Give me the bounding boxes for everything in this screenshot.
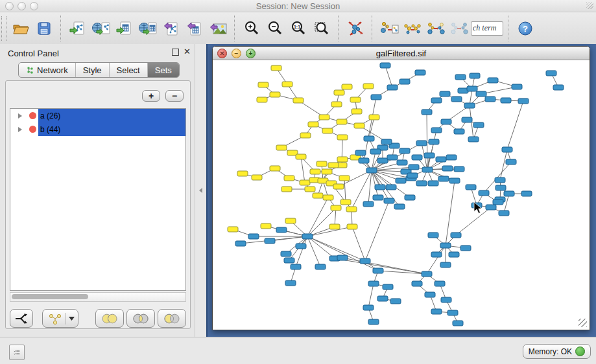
network-node[interactable] xyxy=(281,251,291,256)
network-node[interactable] xyxy=(394,204,405,209)
network-node[interactable] xyxy=(453,321,463,326)
network-node[interactable] xyxy=(416,141,427,146)
network-node[interactable] xyxy=(354,123,364,128)
select-first-neighbors-button[interactable] xyxy=(401,16,423,41)
network-node[interactable] xyxy=(518,98,529,104)
tab-select[interactable]: Select xyxy=(110,63,148,77)
network-node[interactable] xyxy=(252,175,262,180)
network-node[interactable] xyxy=(310,169,320,174)
set-row-a[interactable]: a (26) xyxy=(10,109,185,122)
network-node[interactable] xyxy=(422,109,432,115)
network-node[interactable] xyxy=(300,180,310,185)
network-node[interactable] xyxy=(366,168,377,173)
network-node[interactable] xyxy=(364,136,374,141)
network-node[interactable] xyxy=(454,129,464,134)
network-node[interactable] xyxy=(276,145,287,150)
expander-icon[interactable] xyxy=(18,127,22,132)
network-node[interactable] xyxy=(375,185,385,190)
network-node[interactable] xyxy=(363,84,374,89)
network-node[interactable] xyxy=(281,187,292,192)
sets-list[interactable]: a (26) b (44) xyxy=(10,108,186,291)
network-node[interactable] xyxy=(373,195,383,200)
network-node[interactable] xyxy=(431,252,442,257)
union-button[interactable] xyxy=(95,309,124,328)
network-node[interactable] xyxy=(360,258,370,264)
network-node[interactable] xyxy=(405,195,415,200)
network-node[interactable] xyxy=(506,159,516,165)
network-node[interactable] xyxy=(296,154,306,159)
network-node[interactable] xyxy=(337,157,348,162)
network-node[interactable] xyxy=(499,210,509,216)
network-node[interactable] xyxy=(384,198,394,203)
network-node[interactable] xyxy=(512,84,522,89)
network-node[interactable] xyxy=(441,297,451,302)
extract-subnetwork-button[interactable] xyxy=(448,16,470,41)
network-node[interactable] xyxy=(313,193,323,198)
network-node[interactable] xyxy=(387,85,398,90)
network-node[interactable] xyxy=(470,73,480,78)
network-node[interactable] xyxy=(359,158,369,163)
expander-icon[interactable] xyxy=(18,113,22,119)
network-node[interactable] xyxy=(261,223,271,229)
window-resize-grip-icon[interactable] xyxy=(578,319,587,327)
network-node[interactable] xyxy=(342,84,352,89)
network-node[interactable] xyxy=(467,86,477,91)
network-node[interactable] xyxy=(305,187,315,192)
network-node[interactable] xyxy=(369,115,379,120)
network-node[interactable] xyxy=(346,207,357,212)
network-node[interactable] xyxy=(302,234,313,239)
network-node[interactable] xyxy=(451,233,461,238)
network-window-titlebar[interactable]: ✕ − + galFiltered.sif xyxy=(213,47,590,60)
network-node[interactable] xyxy=(363,201,374,207)
tab-network[interactable]: Network xyxy=(19,63,76,77)
network-node[interactable] xyxy=(495,185,506,190)
network-graph[interactable] xyxy=(213,60,588,328)
network-node[interactable] xyxy=(449,252,459,257)
network-node[interactable] xyxy=(258,82,268,87)
network-node[interactable] xyxy=(383,284,393,290)
network-node[interactable] xyxy=(396,178,406,183)
network-window-maximize-icon[interactable]: + xyxy=(246,49,256,58)
zoom-selected-button[interactable] xyxy=(311,16,333,41)
network-node[interactable] xyxy=(502,147,512,152)
network-node[interactable] xyxy=(460,245,471,251)
network-node[interactable] xyxy=(293,98,304,103)
collapse-panel-icon[interactable] xyxy=(199,188,202,193)
add-set-button[interactable]: + xyxy=(142,90,160,102)
network-node[interactable] xyxy=(322,169,332,174)
network-node[interactable] xyxy=(399,148,410,154)
network-node[interactable] xyxy=(440,91,450,97)
network-node[interactable] xyxy=(440,262,451,267)
export-image-button[interactable] xyxy=(207,16,229,41)
network-node[interactable] xyxy=(424,153,435,158)
tab-sets[interactable]: Sets xyxy=(148,63,179,77)
network-node[interactable] xyxy=(485,97,495,102)
search-input[interactable] xyxy=(471,21,503,36)
toolbar-drag-handle[interactable] xyxy=(1,16,6,41)
network-node[interactable] xyxy=(451,97,462,102)
network-node[interactable] xyxy=(381,139,392,144)
network-node[interactable] xyxy=(387,155,398,160)
network-node[interactable] xyxy=(285,280,296,286)
network-node[interactable] xyxy=(337,135,348,140)
network-node[interactable] xyxy=(284,258,294,263)
network-node[interactable] xyxy=(329,224,340,229)
network-node[interactable] xyxy=(407,173,418,178)
network-node[interactable] xyxy=(347,224,357,229)
network-node[interactable] xyxy=(486,205,496,210)
network-node[interactable] xyxy=(308,122,318,127)
network-node[interactable] xyxy=(399,79,410,84)
network-node[interactable] xyxy=(368,319,379,324)
network-node[interactable] xyxy=(429,139,439,144)
import-table-url-button[interactable] xyxy=(137,16,159,41)
network-node[interactable] xyxy=(328,163,339,168)
zoom-in-button[interactable] xyxy=(241,16,263,41)
network-node[interactable] xyxy=(521,191,532,196)
network-node[interactable] xyxy=(386,185,396,190)
apply-layout-button[interactable] xyxy=(344,16,366,41)
network-node[interactable] xyxy=(546,71,556,76)
network-node[interactable] xyxy=(270,92,280,97)
network-node[interactable] xyxy=(428,181,438,186)
split-set-button[interactable] xyxy=(10,309,33,328)
network-node[interactable] xyxy=(412,155,422,160)
